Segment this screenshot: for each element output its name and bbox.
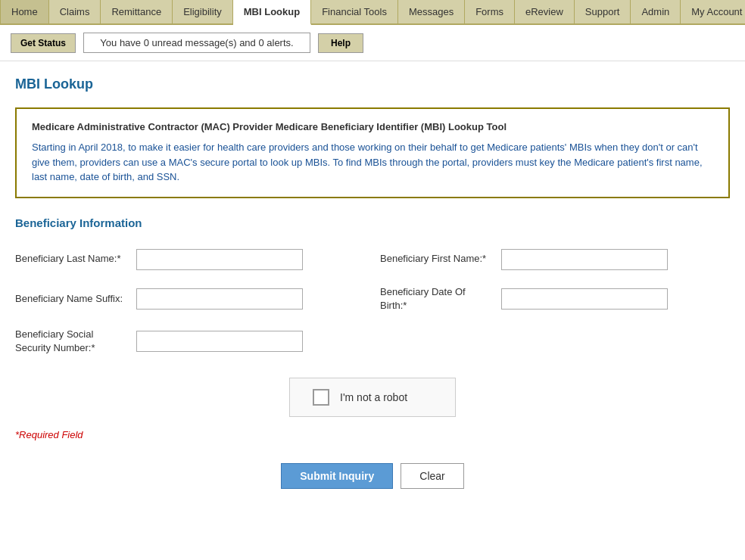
nav-remittance[interactable]: Remittance [101, 0, 173, 23]
page-title: MBI Lookup [15, 76, 730, 92]
nav-admin[interactable]: Admin [631, 0, 681, 23]
last-name-label: Beneficiary Last Name:* [15, 252, 136, 266]
submit-inquiry-button[interactable]: Submit Inquiry [281, 463, 393, 489]
nav-my-account[interactable]: My Account [681, 0, 745, 23]
ssn-input[interactable] [136, 331, 303, 352]
captcha-checkbox[interactable] [313, 389, 329, 406]
dob-row: Beneficiary Date Of Birth:* [372, 278, 730, 320]
first-name-input[interactable] [501, 249, 668, 270]
status-bar: Get Status You have 0 unread message(s) … [0, 25, 745, 61]
beneficiary-section-title: Beneficiary Information [15, 216, 730, 229]
nav-ereview[interactable]: eReview [515, 0, 575, 23]
nav-eligibility[interactable]: Eligibility [173, 0, 233, 23]
empty-row [372, 320, 730, 362]
first-name-label: Beneficiary First Name:* [380, 252, 501, 266]
main-content: MBI Lookup Medicare Administrative Contr… [0, 61, 745, 527]
nav-forms[interactable]: Forms [465, 0, 515, 23]
form-grid: Beneficiary Last Name:* Beneficiary Firs… [15, 241, 730, 363]
ssn-label: Beneficiary Social Security Number:* [15, 328, 136, 355]
nav-financial-tools[interactable]: Financial Tools [311, 0, 398, 23]
first-name-row: Beneficiary First Name:* [372, 241, 730, 278]
clear-button[interactable]: Clear [401, 463, 463, 489]
captcha-box[interactable]: I'm not a robot [289, 378, 456, 417]
name-suffix-row: Beneficiary Name Suffix: [15, 278, 372, 320]
info-box-title: Medicare Administrative Contractor (MAC)… [32, 121, 713, 132]
status-message: You have 0 unread message(s) and 0 alert… [83, 33, 310, 53]
name-suffix-input[interactable] [136, 288, 303, 310]
navigation: Home Claims Remittance Eligibility MBI L… [0, 0, 745, 25]
name-suffix-label: Beneficiary Name Suffix: [15, 292, 136, 306]
nav-home[interactable]: Home [0, 0, 49, 23]
info-box-text: Starting in April 2018, to make it easie… [32, 140, 713, 185]
last-name-input[interactable] [136, 249, 303, 270]
nav-mbi-lookup[interactable]: MBI Lookup [233, 0, 311, 25]
help-button[interactable]: Help [318, 33, 363, 53]
nav-support[interactable]: Support [575, 0, 631, 23]
get-status-button[interactable]: Get Status [11, 33, 76, 53]
dob-label: Beneficiary Date Of Birth:* [380, 285, 501, 313]
required-note: *Required Field [15, 429, 730, 440]
action-buttons: Submit Inquiry Clear [15, 456, 730, 512]
captcha-label: I'm not a robot [340, 391, 407, 403]
info-box: Medicare Administrative Contractor (MAC)… [15, 107, 730, 198]
nav-messages[interactable]: Messages [398, 0, 465, 23]
captcha-container: I'm not a robot [15, 378, 730, 417]
dob-input[interactable] [501, 288, 668, 310]
last-name-row: Beneficiary Last Name:* [15, 241, 372, 278]
nav-claims[interactable]: Claims [49, 0, 101, 23]
ssn-row: Beneficiary Social Security Number:* [15, 320, 372, 362]
